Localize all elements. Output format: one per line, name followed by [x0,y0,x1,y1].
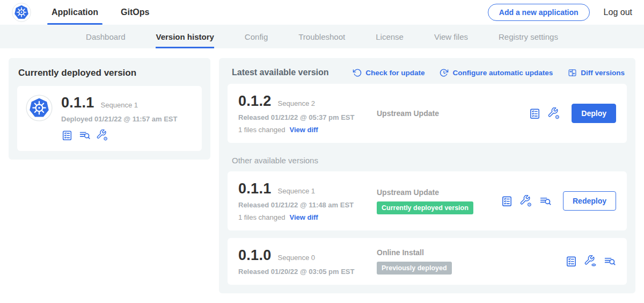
currently-deployed-badge: Currently deployed version [377,201,473,214]
subnav-tab-view-files[interactable]: View files [434,25,468,48]
deployed-sequence-label: Sequence 1 [101,101,138,109]
version-number: 0.1.1 [238,181,272,197]
add-application-button[interactable]: Add a new application [488,4,590,21]
released-date: Released 01/20/22 @ 03:05 pm EST [238,268,377,276]
version-card-actions: Redeploy [501,191,616,211]
preflight-view-icon[interactable] [584,255,597,268]
subnav-tab-troubleshoot[interactable]: Troubleshoot [298,25,345,48]
version-card-0-1-2: 0.1.2 Sequence 2 Released 01/21/22 @ 05:… [228,84,627,143]
version-card-0-1-1: 0.1.1 Sequence 1 Released 01/21/22 @ 11:… [228,171,627,230]
subnav-tab-config[interactable]: Config [245,25,268,48]
version-card-actions [565,255,616,268]
tab-application[interactable]: Application [48,0,101,25]
subnav-tab-version-history[interactable]: Version history [156,25,214,48]
main-content: Currently deployed version 0.1.1 Sequenc… [0,48,644,293]
preflight-settings-icon[interactable] [548,107,560,120]
release-notes-icon[interactable] [565,255,577,268]
check-for-update-label: Check for update [365,69,425,77]
deployed-actions [61,129,177,141]
top-navbar: Application GitOps Add a new application… [0,0,644,25]
sequence-label: Sequence 2 [278,99,315,107]
redeploy-button[interactable]: Redeploy [563,191,616,211]
latest-available-title: Latest available version [232,68,329,77]
app-subnav: Dashboard Version history Config Trouble… [0,25,644,48]
view-logs-icon[interactable] [604,255,616,268]
view-diff-link[interactable]: View diff [289,126,318,134]
view-diff-link[interactable]: View diff [289,213,318,221]
check-for-update-button[interactable]: Check for update [353,68,425,77]
available-versions-header: Latest available version Check for updat… [228,64,627,84]
release-notes-icon[interactable] [61,129,73,141]
version-info: 0.1.0 Sequence 0 Released 01/20/22 @ 03:… [238,247,377,276]
version-history-panel: Latest available version Check for updat… [219,58,635,293]
source-label: Upstream Update [377,109,529,118]
deploy-button[interactable]: Deploy [572,104,616,123]
schedule-refresh-icon [440,68,449,77]
deployed-panel-title: Currently deployed version [18,68,201,78]
view-logs-icon[interactable] [79,129,91,141]
source-label: Online Install [377,248,565,257]
topnav-right: Add a new application Log out [488,4,632,21]
released-date: Released 01/21/22 @ 11:48 am EST [238,201,377,209]
sequence-label: Sequence 0 [278,254,315,262]
deployed-version-card: 0.1.1 Sequence 1 Deployed 01/21/22 @ 11:… [17,86,202,151]
configure-automatic-updates-label: Configure automatic updates [452,69,553,77]
app-type-tabs: Application GitOps [48,0,169,25]
version-info: 0.1.2 Sequence 2 Released 01/21/22 @ 05:… [238,93,377,134]
version-number: 0.1.2 [238,93,272,110]
deployed-date: Deployed 01/21/22 @ 11:57 am EST [61,115,177,123]
diff-icon [568,68,577,77]
subnav-tab-license[interactable]: License [376,25,404,48]
preflight-settings-icon[interactable] [97,129,108,141]
version-info: 0.1.1 Sequence 1 Released 01/21/22 @ 11:… [238,181,377,221]
refresh-icon [353,68,362,77]
previously-deployed-badge: Previously deployed [377,262,452,275]
configure-automatic-updates-button[interactable]: Configure automatic updates [440,68,553,77]
version-source: Online Install Previously deployed [377,248,565,275]
currently-deployed-panel: Currently deployed version 0.1.1 Sequenc… [9,58,210,160]
subnav-tab-registry-settings[interactable]: Registry settings [499,25,558,48]
version-source: Upstream Update [377,109,529,118]
diff-versions-label: Diff versions [581,69,625,77]
diff-versions-button[interactable]: Diff versions [568,68,625,77]
files-changed-label: 1 files changed [238,126,285,134]
view-logs-icon[interactable] [539,195,552,207]
subnav-tab-dashboard[interactable]: Dashboard [86,25,125,48]
logout-button[interactable]: Log out [604,8,632,17]
source-label: Upstream Update [377,188,501,197]
preflight-settings-icon[interactable] [520,195,532,207]
deployed-version-number: 0.1.1 [61,95,94,111]
other-versions-title: Other available versions [232,156,623,165]
tab-gitops[interactable]: GitOps [118,0,152,25]
app-kubernetes-icon [26,95,53,121]
release-notes-icon[interactable] [529,107,541,120]
version-source: Upstream Update Currently deployed versi… [377,188,501,214]
sequence-label: Sequence 1 [278,187,315,195]
version-card-0-1-0: 0.1.0 Sequence 0 Released 01/20/22 @ 03:… [228,238,627,285]
release-notes-icon[interactable] [501,195,513,207]
kubernetes-logo-icon [12,3,31,22]
files-changed-label: 1 files changed [238,213,285,221]
deployed-version-info: 0.1.1 Sequence 1 Deployed 01/21/22 @ 11:… [61,95,177,141]
released-date: Released 01/21/22 @ 05:37 pm EST [238,113,377,121]
version-card-actions: Deploy [529,104,616,123]
version-actions: Check for update Configure automatic upd… [353,68,625,77]
version-number: 0.1.0 [238,247,272,264]
